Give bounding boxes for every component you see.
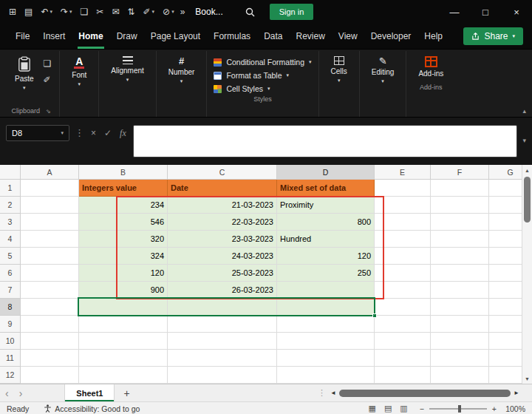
cell-D5[interactable]: 120	[277, 248, 375, 265]
tab-home[interactable]: Home	[72, 24, 109, 49]
vertical-scrollbar[interactable]: ▲ ▼	[522, 165, 532, 384]
accessibility-status[interactable]: Accessibility: Good to go	[44, 404, 140, 413]
cell-B2[interactable]: 234	[79, 197, 168, 214]
expand-formula-bar-icon[interactable]: ▾	[522, 125, 526, 144]
cells-button[interactable]: Cells ▾	[324, 52, 354, 87]
enter-icon[interactable]: ✓	[103, 125, 113, 141]
apps-icon[interactable]: ⊞	[6, 3, 19, 21]
cell-F2[interactable]	[431, 197, 489, 214]
cell-A6[interactable]	[21, 265, 79, 282]
cell-F7[interactable]	[431, 282, 489, 299]
row-header-6[interactable]: 6	[0, 265, 21, 282]
zoom-slider-thumb[interactable]	[458, 405, 461, 413]
cell-D11[interactable]	[277, 350, 375, 367]
vertical-scroll-thumb[interactable]	[524, 177, 531, 223]
cell-A7[interactable]	[21, 282, 79, 299]
sort-icon[interactable]: ⇅	[124, 3, 137, 21]
cell-B11[interactable]	[79, 350, 168, 367]
prev-sheet-icon[interactable]: ‹	[0, 385, 14, 401]
cell-D1[interactable]: Mixed set of data	[277, 180, 375, 197]
cell-C6[interactable]: 25-03-2023	[168, 265, 277, 282]
cell-E12[interactable]	[375, 367, 431, 384]
cell-F12[interactable]	[431, 367, 489, 384]
cell-F9[interactable]	[431, 316, 489, 333]
cell-B10[interactable]	[79, 333, 168, 350]
paste-button[interactable]: Paste ▾	[8, 52, 41, 105]
number-button[interactable]: # Number ▾	[162, 52, 202, 88]
page-layout-view-icon[interactable]: ▤	[384, 404, 392, 413]
undo-icon[interactable]: ↶▾	[38, 3, 55, 21]
row-header-2[interactable]: 2	[0, 197, 21, 214]
cell-E5[interactable]	[375, 248, 431, 265]
tab-data[interactable]: Data	[257, 24, 289, 49]
cell-A8[interactable]	[21, 299, 79, 316]
cell-B12[interactable]	[79, 367, 168, 384]
copy-button-icon[interactable]: ❏	[44, 58, 52, 69]
cell-C5[interactable]: 24-03-2023	[168, 248, 277, 265]
format-painter-icon[interactable]: ✐▾	[140, 3, 158, 21]
tab-developer[interactable]: Developer	[364, 24, 418, 49]
cell-E7[interactable]	[375, 282, 431, 299]
row-header-8[interactable]: 8	[0, 299, 21, 316]
cell-A4[interactable]	[21, 231, 79, 248]
cell-A3[interactable]	[21, 214, 79, 231]
cell-E4[interactable]	[375, 231, 431, 248]
cell-C10[interactable]	[168, 333, 277, 350]
scroll-up-icon[interactable]: ▲	[522, 165, 532, 175]
zoom-in-button[interactable]: +	[492, 404, 497, 413]
cut-icon[interactable]: ✂	[93, 3, 106, 21]
cell-A12[interactable]	[21, 367, 79, 384]
share-button[interactable]: Share ▾	[463, 27, 523, 45]
horizontal-scrollbar[interactable]: ◄ ►	[328, 384, 522, 401]
tab-help[interactable]: Help	[417, 24, 449, 49]
sheet-tab-sheet1[interactable]: Sheet1	[64, 384, 115, 401]
cancel-icon[interactable]: ×	[89, 125, 98, 141]
cell-A9[interactable]	[21, 316, 79, 333]
cell-E3[interactable]	[375, 214, 431, 231]
fill-handle[interactable]	[372, 313, 377, 318]
next-sheet-icon[interactable]: ›	[14, 385, 28, 401]
cell-A1[interactable]	[21, 180, 79, 197]
qat-overflow-button[interactable]: »	[180, 7, 185, 17]
cell-A2[interactable]	[21, 197, 79, 214]
cell-A5[interactable]	[21, 248, 79, 265]
sign-in-button[interactable]: Sign in	[270, 4, 314, 20]
cell-B1[interactable]: Integers value	[79, 180, 168, 197]
cell-B8[interactable]	[79, 299, 168, 316]
format-painter-button-icon[interactable]: ✐	[44, 75, 52, 85]
cell-C8[interactable]	[168, 299, 277, 316]
cell-D12[interactable]	[277, 367, 375, 384]
zoom-out-button[interactable]: −	[420, 404, 424, 413]
row-header-4[interactable]: 4	[0, 231, 21, 248]
cell-E10[interactable]	[375, 333, 431, 350]
cell-C3[interactable]: 22-03-2023	[168, 214, 277, 231]
formula-bar-splitter[interactable]: ⋮	[75, 125, 84, 141]
cell-F11[interactable]	[431, 350, 489, 367]
tab-scroll-splitter[interactable]: ⋮	[316, 388, 328, 398]
tab-formulas[interactable]: Formulas	[207, 24, 257, 49]
normal-view-icon[interactable]: ▦	[369, 404, 376, 413]
format-as-table-button[interactable]: Format as Table▾	[214, 71, 311, 80]
cell-E11[interactable]	[375, 350, 431, 367]
close-button[interactable]: ×	[501, 0, 532, 24]
row-header-10[interactable]: 10	[0, 333, 21, 350]
cell-F10[interactable]	[431, 333, 489, 350]
clipboard-dialog-launcher-icon[interactable]: ⇘	[46, 108, 51, 115]
collapse-ribbon-icon[interactable]: ▴	[522, 107, 526, 115]
name-box[interactable]: D8 ▾	[6, 125, 69, 141]
maximize-button[interactable]: □	[470, 0, 501, 24]
cell-D3[interactable]: 800	[277, 214, 375, 231]
redo-icon[interactable]: ↷▾	[58, 3, 75, 21]
cell-B7[interactable]: 900	[79, 282, 168, 299]
cell-B9[interactable]	[79, 316, 168, 333]
select-all-button[interactable]	[0, 165, 21, 180]
cell-D4[interactable]: Hundred	[277, 231, 375, 248]
alignment-button[interactable]: Alignment ▾	[104, 52, 150, 86]
row-header-3[interactable]: 3	[0, 214, 21, 231]
row-header-11[interactable]: 11	[0, 350, 21, 367]
cell-B5[interactable]: 324	[79, 248, 168, 265]
cell-E2[interactable]	[375, 197, 431, 214]
cell-E9[interactable]	[375, 316, 431, 333]
column-header-E[interactable]: E	[375, 165, 431, 180]
cell-C2[interactable]: 21-03-2023	[168, 197, 277, 214]
